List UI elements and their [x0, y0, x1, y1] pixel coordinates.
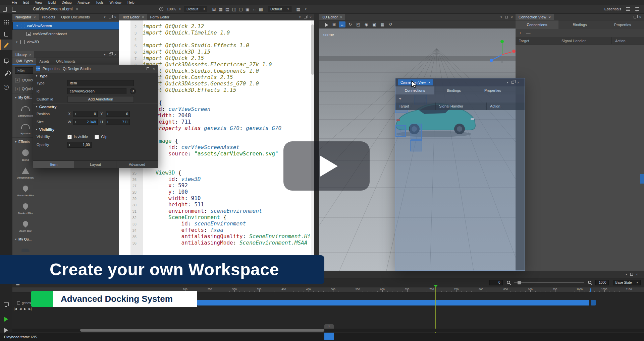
menu-window[interactable]: Window: [107, 1, 125, 4]
section-geometry[interactable]: ▾ Geometry: [33, 103, 158, 110]
column-action[interactable]: Action: [487, 103, 525, 110]
collapse-handle[interactable]: ▾: [324, 324, 334, 329]
menu-build[interactable]: Build: [45, 1, 59, 4]
move-tool-icon[interactable]: ↔: [339, 21, 345, 27]
close-icon[interactable]: ×: [511, 15, 513, 19]
chevron-down-icon[interactable]: ▾: [500, 15, 502, 19]
timeline-track-bar[interactable]: [197, 300, 589, 305]
close-icon[interactable]: ×: [114, 53, 116, 57]
plus-icon[interactable]: +: [15, 78, 19, 82]
close-icon[interactable]: ×: [428, 80, 430, 84]
reset-view-icon[interactable]: ↺: [387, 21, 394, 27]
size-h-stepper[interactable]: ▴▾ 711: [106, 119, 130, 125]
tab-qml-imports[interactable]: QML Imports: [53, 58, 79, 65]
maximize-icon[interactable]: [147, 67, 149, 70]
zoom-out-icon[interactable]: [507, 281, 510, 284]
help-icon[interactable]: ?: [0, 82, 12, 92]
tab-open-documents[interactable]: Open Documents: [58, 14, 93, 20]
axis-gizmo[interactable]: [487, 39, 516, 67]
style-select[interactable]: Default ▴▾: [184, 6, 207, 12]
opacity-stepper[interactable]: ▴▾ 1,00: [67, 142, 92, 148]
bottom-center-handle[interactable]: [324, 333, 334, 340]
tab-connections[interactable]: Connections: [516, 20, 558, 29]
video-play-button[interactable]: [283, 141, 370, 191]
position-x-stepper[interactable]: ▴▾ 0: [73, 111, 98, 117]
chevron-down-icon[interactable]: ▾: [507, 81, 508, 84]
add-connection-button[interactable]: +: [519, 30, 522, 36]
close-icon[interactable]: ×: [153, 67, 155, 71]
timeline-hscrollbar-thumb[interactable]: [80, 329, 324, 332]
select-tool-icon[interactable]: [323, 21, 329, 27]
type-field[interactable]: Item: [67, 80, 134, 86]
section-visibility[interactable]: ▾ Visibility: [33, 126, 158, 133]
grid-toggle-icon[interactable]: ▦: [379, 21, 386, 27]
is-visible-checkbox[interactable]: ✓: [67, 135, 72, 139]
menu-analyze[interactable]: Analyze: [75, 1, 93, 4]
to-start-icon[interactable]: |◀: [14, 307, 17, 311]
settings-sliders-icon[interactable]: [626, 7, 630, 11]
tab-qml-types[interactable]: QML Types: [12, 58, 36, 65]
record-icon[interactable]: [159, 7, 163, 11]
play-icon[interactable]: ▶: [24, 307, 26, 311]
tab-library[interactable]: Library ×: [12, 51, 34, 58]
layout-icon[interactable]: ▤: [224, 7, 231, 12]
document-tab[interactable]: CarViewScreen.ui.qml ×: [29, 5, 82, 13]
grid-icon[interactable]: ▦: [217, 7, 224, 12]
timeline-current-field[interactable]: 0: [489, 280, 503, 285]
tab-properties[interactable]: Properties: [473, 86, 512, 94]
undock-icon[interactable]: [505, 16, 508, 18]
to-end-icon[interactable]: ▶|: [29, 307, 32, 311]
reset-id-icon[interactable]: ↺: [130, 88, 136, 94]
library-item-gaussian-blur[interactable]: Gaussian Blur: [12, 182, 39, 199]
scale-tool-icon[interactable]: ◰: [355, 21, 362, 27]
design-pencil-icon[interactable]: [0, 40, 12, 50]
apps-grid-icon[interactable]: [0, 16, 12, 27]
open-file-icon[interactable]: [10, 6, 18, 12]
timeline-zoom-slider[interactable]: [514, 282, 584, 283]
anchors-icon[interactable]: ↔: [251, 7, 258, 12]
library-section-my-qu[interactable]: ▾My Qu...: [12, 235, 119, 244]
close-icon[interactable]: ×: [114, 15, 116, 19]
undock-icon[interactable]: [109, 53, 111, 56]
menu-file[interactable]: File: [9, 1, 20, 4]
tab-navigator[interactable]: Navigator ×: [12, 14, 39, 20]
remove-connection-button[interactable]: —: [406, 96, 411, 101]
state-selector[interactable]: Base State ▾: [613, 280, 641, 285]
undock-icon[interactable]: [512, 81, 514, 84]
tools-wrench-icon[interactable]: [0, 69, 12, 79]
section-type[interactable]: ▾ Type: [33, 72, 158, 79]
tab-projects[interactable]: Projects: [39, 14, 58, 20]
chevron-down-icon[interactable]: ▾: [104, 15, 106, 19]
close-icon[interactable]: ×: [639, 15, 641, 19]
export-icon[interactable]: ⊞: [211, 7, 217, 12]
tab-assets[interactable]: Assets: [36, 58, 53, 65]
tab-text-editor[interactable]: Text Editor ×: [119, 14, 147, 20]
fill-icon[interactable]: ▣: [244, 7, 251, 12]
components-cube-icon[interactable]: [0, 55, 12, 66]
size-w-stepper[interactable]: ▴▾ 2.048: [73, 119, 98, 125]
device-monitor-icon[interactable]: [0, 299, 12, 310]
zoom-stepper[interactable]: ▴▾: [179, 7, 180, 11]
prev-frame-icon[interactable]: ◀: [19, 307, 21, 311]
menu-tools[interactable]: Tools: [93, 1, 106, 4]
panel-drag-handle[interactable]: [640, 174, 644, 184]
tab-form-editor[interactable]: Form Editor: [147, 14, 172, 20]
undock-icon[interactable]: [630, 273, 633, 276]
add-annotation-button[interactable]: Add Annotation: [67, 96, 134, 103]
tab-bindings[interactable]: Bindings: [434, 86, 473, 94]
undock-icon[interactable]: [634, 16, 636, 18]
tree-item-carviewscreenasset[interactable]: carViewScreenAsset: [12, 30, 119, 38]
playhead-marker[interactable]: [434, 285, 438, 287]
tab-layout[interactable]: Layout: [75, 161, 116, 168]
menu-help[interactable]: Help: [124, 1, 138, 4]
close-icon[interactable]: ×: [29, 53, 31, 57]
add-connection-button[interactable]: +: [399, 96, 401, 101]
workspace-icon[interactable]: ▦: [295, 7, 302, 12]
undock-icon[interactable]: [304, 16, 307, 18]
tab-3d-editor[interactable]: 3D Editor ×: [319, 14, 345, 20]
properties-window-titlebar[interactable]: DS Properties - Qt Design Studio ×: [33, 65, 158, 72]
rotate-tool-icon[interactable]: ↻: [347, 21, 354, 27]
local-global-icon[interactable]: ⊞: [331, 21, 337, 27]
tree-item-view3d[interactable]: ▾view3D: [12, 38, 119, 46]
chevron-down-icon[interactable]: ▾: [626, 273, 627, 276]
